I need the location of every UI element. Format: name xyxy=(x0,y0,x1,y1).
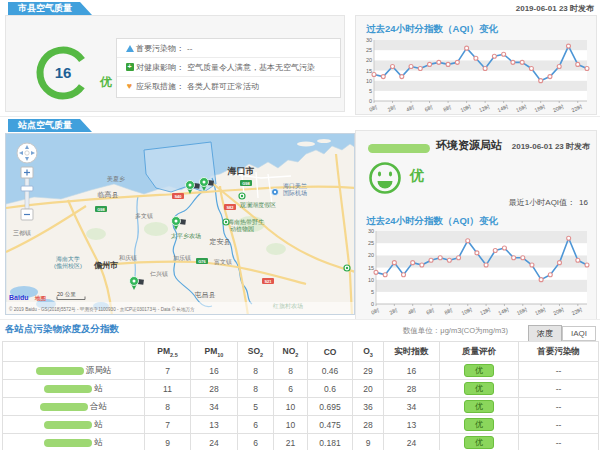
svg-text:富文镇: 富文镇 xyxy=(214,258,232,266)
chart-data-point xyxy=(502,246,506,250)
value-cell: 8 xyxy=(274,362,308,380)
svg-text:6时: 6时 xyxy=(424,103,435,112)
chart-data-point xyxy=(437,60,441,64)
svg-text:22时: 22时 xyxy=(571,306,584,316)
primary-pollutant-cell: -- xyxy=(519,362,599,380)
chart-data-point xyxy=(548,75,552,79)
redacted-station-prefix xyxy=(368,144,430,153)
baidu-logo-sub[interactable]: 地图 xyxy=(34,295,47,302)
value-cell: 8 xyxy=(145,398,191,416)
chart-data-point xyxy=(576,258,580,262)
value-cell: 0.475 xyxy=(308,416,353,434)
svg-text:5: 5 xyxy=(369,88,372,94)
value-cell: 34 xyxy=(191,398,238,416)
value-cell: 21 xyxy=(274,434,308,450)
chart-data-point xyxy=(493,248,497,252)
chart-data-point xyxy=(457,256,461,260)
chart-data-point xyxy=(446,62,450,66)
station-name-cell: 站 xyxy=(3,416,145,434)
chart-data-point xyxy=(530,263,534,267)
svg-text:15: 15 xyxy=(366,68,372,74)
map-compass[interactable] xyxy=(17,143,37,163)
svg-text:0时: 0时 xyxy=(370,306,381,315)
chart-data-point xyxy=(420,263,424,267)
svg-text:(儋州校区): (儋州校区) xyxy=(54,262,82,270)
park-poi-icon[interactable] xyxy=(344,265,350,271)
value-cell: 9 xyxy=(145,434,191,450)
park-poi-icon[interactable] xyxy=(239,193,245,199)
park-poi-icon[interactable] xyxy=(223,219,229,225)
value-cell: 0.46 xyxy=(308,362,353,380)
unit-note: 数值单位：μg/m3(CO为mg/m3) xyxy=(403,326,508,336)
primary-pollutant-row: 首要污染物： -- xyxy=(117,39,340,58)
airport-poi-icon[interactable] xyxy=(272,189,279,196)
value-cell: 10 xyxy=(274,416,308,434)
info-value: 空气质量令人满意，基本无空气污染 xyxy=(187,62,315,73)
table-row: 站7136100.4752813优-- xyxy=(3,416,599,434)
chart-data-point xyxy=(374,270,378,274)
zoom-slider-handle[interactable] xyxy=(21,186,33,191)
city-chart-panel: 过去24小时分指数（AQI）变化 0510152025300时2时4时6时8时1… xyxy=(355,15,597,115)
toggle-iaqi-button[interactable]: IAQI xyxy=(562,326,596,341)
grade-cell: 优 xyxy=(440,380,519,398)
svg-text:0: 0 xyxy=(369,98,372,104)
map-island xyxy=(317,139,331,143)
chart-data-point xyxy=(557,261,561,265)
chart-data-point xyxy=(438,256,442,260)
svg-text:海口市: 海口市 xyxy=(227,166,255,176)
svg-text:14时: 14时 xyxy=(497,103,510,113)
svg-text:22时: 22时 xyxy=(571,103,584,113)
svg-text:4时: 4时 xyxy=(407,306,418,315)
svg-text:12时: 12时 xyxy=(479,306,492,316)
chart-data-point xyxy=(529,66,533,70)
svg-text:0: 0 xyxy=(371,301,374,307)
chart-data-point xyxy=(392,261,396,265)
value-cell: 7 xyxy=(145,416,191,434)
value-cell: 8 xyxy=(238,362,274,380)
chart-data-point xyxy=(418,66,422,70)
svg-text:屯昌县: 屯昌县 xyxy=(195,291,216,299)
svg-text:太平乡农场: 太平乡农场 xyxy=(171,232,201,240)
value-cell: 6 xyxy=(238,434,274,450)
map-scale-label: 20 公里 xyxy=(57,291,76,297)
svg-text:20时: 20时 xyxy=(552,103,565,113)
svg-text:海口美兰: 海口美兰 xyxy=(283,182,307,190)
chart-data-point xyxy=(411,261,415,265)
chart-data-point xyxy=(567,236,571,240)
column-header: 实时指数 xyxy=(384,342,440,362)
value-cell: 0.695 xyxy=(308,398,353,416)
column-header: PM2.5 xyxy=(145,342,191,362)
chart-data-point xyxy=(511,60,515,64)
svg-text:14时: 14时 xyxy=(497,306,510,316)
grade-badge: 优 xyxy=(464,436,494,449)
baidu-map[interactable]: G98G98G76S40S82S21 海口市海口美兰国际机场观澜湖度假区海南热带… xyxy=(5,133,355,315)
svg-text:G76: G76 xyxy=(198,259,206,264)
svg-text:定安县: 定安县 xyxy=(210,238,231,246)
svg-text:30: 30 xyxy=(368,228,374,234)
table-row: 站1128860.62028优-- xyxy=(3,380,599,398)
svg-text:16时: 16时 xyxy=(516,306,529,316)
value-cell: 11 xyxy=(145,380,191,398)
chart-data-point xyxy=(585,66,589,70)
svg-text:10: 10 xyxy=(368,277,374,283)
svg-text:16时: 16时 xyxy=(515,103,528,113)
redacted-station-prefix xyxy=(36,367,84,375)
column-header: 首要污染物 xyxy=(519,342,599,362)
column-header: CO xyxy=(308,342,353,362)
primary-pollutant-cell: -- xyxy=(519,416,599,434)
svg-text:美夏乡: 美夏乡 xyxy=(107,175,125,183)
aqi-line-chart-station: 0510152025300时2时4时6时8时10时12时14时16时18时20时… xyxy=(361,228,593,316)
svg-text:20: 20 xyxy=(366,57,372,63)
toggle-concentration-button[interactable]: 浓度 xyxy=(528,325,562,342)
svg-text:儋州市: 儋州市 xyxy=(93,260,118,270)
station-name: 环境资源局站 xyxy=(436,138,502,153)
chart-data-point xyxy=(566,44,570,48)
grade-cell: 优 xyxy=(440,434,519,450)
grade-cell: 优 xyxy=(440,416,519,434)
svg-text:10时: 10时 xyxy=(459,103,472,113)
station-name-suffix: 合站 xyxy=(90,401,107,413)
chart-data-point xyxy=(428,62,432,66)
column-header: PM10 xyxy=(191,342,238,362)
baidu-logo[interactable]: Baidu xyxy=(9,294,28,301)
svg-text:海南大学: 海南大学 xyxy=(56,255,80,262)
